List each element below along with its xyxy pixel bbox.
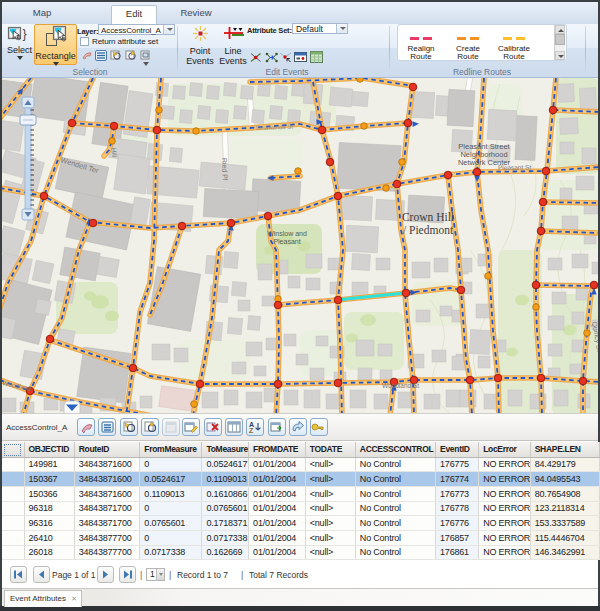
svg-text:Hill: Hill [110, 147, 118, 158]
svg-text:Z: Z [249, 427, 254, 434]
svg-text:Winslow and: Winslow and [267, 230, 307, 237]
svg-text:/ Piedmont: / Piedmont [403, 224, 454, 236]
svg-text:Pleasant: Pleasant [273, 238, 300, 245]
svg-text:}: } [23, 27, 27, 41]
svg-text:Woodland St: Woodland St [382, 382, 419, 389]
svg-text:Network Center: Network Center [458, 158, 511, 167]
svg-text:Crown Hill: Crown Hill [402, 211, 454, 223]
svg-text:Ried Pl: Ried Pl [221, 158, 229, 181]
